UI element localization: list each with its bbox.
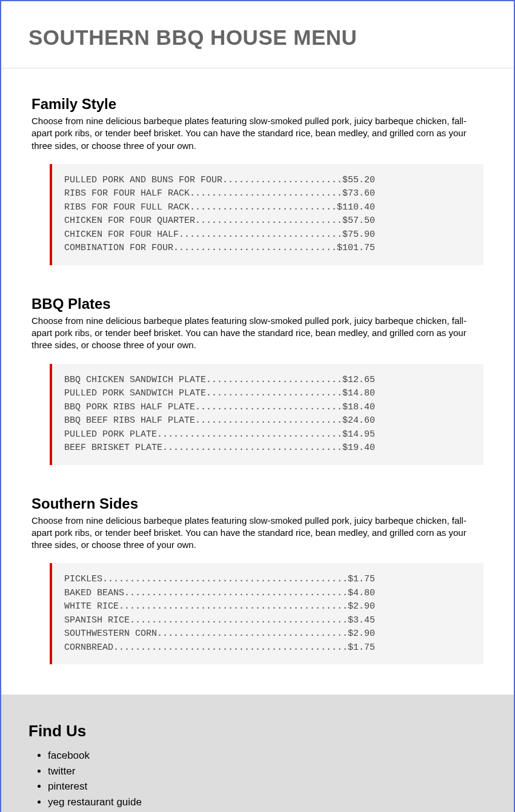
social-link[interactable]: pinterest — [48, 779, 487, 794]
social-link[interactable]: twitter — [48, 764, 487, 779]
section-title: Family Style — [32, 96, 483, 113]
social-links-list: facebooktwitterpinterestyeg restaurant g… — [48, 748, 487, 810]
page-title: SOUTHERN BBQ HOUSE MENU — [28, 25, 487, 50]
section-title: Southern Sides — [32, 495, 483, 512]
menu-items-block: PULLED PORK AND BUNS FOR FOUR...........… — [50, 164, 483, 265]
section-title: BBQ Plates — [32, 295, 483, 312]
menu-items-block: BBQ CHICKEN SANDWICH PLATE..............… — [50, 364, 483, 465]
menu-section: Southern SidesChoose from nine delicious… — [32, 495, 483, 665]
footer-title: Find Us — [28, 722, 487, 741]
section-description: Choose from nine delicious barbeque plat… — [32, 515, 483, 552]
menu-main: Family StyleChoose from nine delicious b… — [1, 68, 514, 695]
menu-section: Family StyleChoose from nine delicious b… — [32, 96, 483, 265]
page-header: SOUTHERN BBQ HOUSE MENU — [1, 1, 514, 68]
page-footer: Find Us facebooktwitterpinterestyeg rest… — [1, 695, 514, 812]
section-description: Choose from nine delicious barbeque plat… — [32, 115, 483, 152]
menu-items-block: PICKLES.................................… — [50, 563, 483, 664]
social-link[interactable]: facebook — [48, 748, 487, 764]
section-description: Choose from nine delicious barbeque plat… — [32, 315, 483, 352]
menu-section: BBQ PlatesChoose from nine delicious bar… — [32, 295, 483, 465]
social-link[interactable]: yeg restaurant guide — [48, 794, 487, 810]
